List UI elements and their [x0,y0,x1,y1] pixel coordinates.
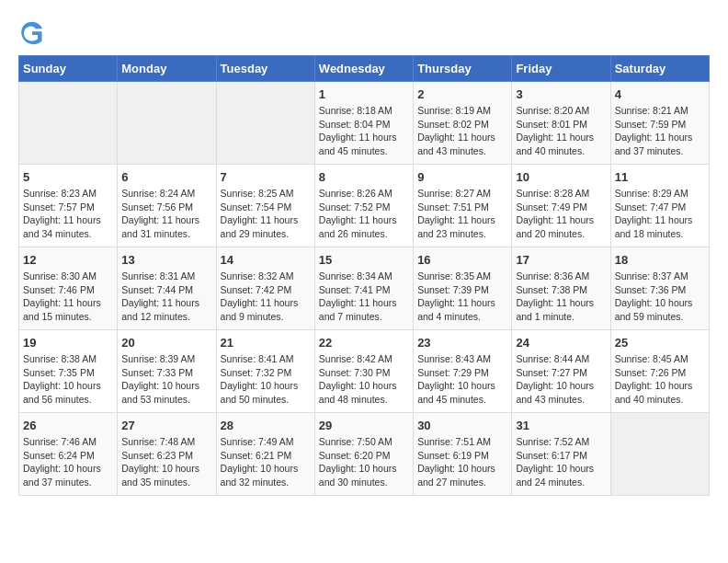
calendar-cell: 6Sunrise: 8:24 AM Sunset: 7:56 PM Daylig… [118,165,216,247]
day-info: Sunrise: 7:50 AM Sunset: 6:20 PM Dayligh… [319,435,409,489]
calendar-cell [216,82,314,165]
calendar-cell: 5Sunrise: 8:23 AM Sunset: 7:57 PM Daylig… [19,165,118,247]
day-number: 19 [23,336,113,350]
day-number: 29 [319,419,409,432]
day-info: Sunrise: 8:21 AM Sunset: 7:59 PM Dayligh… [615,104,705,158]
day-number: 1 [319,87,409,101]
day-info: Sunrise: 8:26 AM Sunset: 7:52 PM Dayligh… [319,187,409,241]
logo-icon [18,18,46,46]
calendar-table: SundayMondayTuesdayWednesdayThursdayFrid… [18,55,710,496]
day-number: 10 [516,170,606,184]
day-info: Sunrise: 8:31 AM Sunset: 7:44 PM Dayligh… [121,270,211,324]
calendar-cell: 11Sunrise: 8:29 AM Sunset: 7:47 PM Dayli… [610,165,709,247]
day-info: Sunrise: 8:18 AM Sunset: 8:04 PM Dayligh… [319,104,409,158]
calendar-cell: 2Sunrise: 8:19 AM Sunset: 8:02 PM Daylig… [414,82,512,165]
day-number: 27 [121,419,211,432]
day-number: 16 [417,253,507,267]
calendar-cell [610,413,709,496]
day-number: 4 [615,87,705,101]
calendar-cell: 22Sunrise: 8:42 AM Sunset: 7:30 PM Dayli… [314,330,413,413]
calendar-cell: 20Sunrise: 8:39 AM Sunset: 7:33 PM Dayli… [118,330,216,413]
calendar-cell: 1Sunrise: 8:18 AM Sunset: 8:04 PM Daylig… [314,82,413,165]
day-info: Sunrise: 8:27 AM Sunset: 7:51 PM Dayligh… [417,187,507,241]
calendar-cell: 3Sunrise: 8:20 AM Sunset: 8:01 PM Daylig… [512,82,610,165]
day-info: Sunrise: 8:36 AM Sunset: 7:38 PM Dayligh… [516,270,606,324]
day-info: Sunrise: 8:41 AM Sunset: 7:32 PM Dayligh… [221,352,311,407]
calendar-cell: 25Sunrise: 8:45 AM Sunset: 7:26 PM Dayli… [610,330,709,413]
calendar-cell: 30Sunrise: 7:51 AM Sunset: 6:19 PM Dayli… [414,413,512,496]
day-header-monday: Monday [118,56,216,82]
calendar-cell: 9Sunrise: 8:27 AM Sunset: 7:51 PM Daylig… [414,165,512,247]
day-number: 31 [516,419,606,432]
day-number: 11 [615,170,705,184]
calendar-cell: 26Sunrise: 7:46 AM Sunset: 6:24 PM Dayli… [19,413,118,496]
day-header-thursday: Thursday [414,56,512,82]
calendar-week-row: 1Sunrise: 8:18 AM Sunset: 8:04 PM Daylig… [19,82,710,165]
day-number: 23 [417,336,507,350]
day-info: Sunrise: 7:52 AM Sunset: 6:17 PM Dayligh… [516,435,606,489]
day-info: Sunrise: 8:35 AM Sunset: 7:39 PM Dayligh… [417,270,507,324]
day-info: Sunrise: 7:48 AM Sunset: 6:23 PM Dayligh… [121,435,211,489]
day-info: Sunrise: 8:24 AM Sunset: 7:56 PM Dayligh… [121,187,211,241]
calendar-cell: 16Sunrise: 8:35 AM Sunset: 7:39 PM Dayli… [414,247,512,330]
day-number: 28 [221,419,311,432]
day-header-saturday: Saturday [610,56,709,82]
day-number: 9 [417,170,507,184]
day-info: Sunrise: 8:34 AM Sunset: 7:41 PM Dayligh… [319,270,409,324]
day-number: 25 [615,336,705,350]
day-info: Sunrise: 8:32 AM Sunset: 7:42 PM Dayligh… [221,270,311,324]
day-info: Sunrise: 8:29 AM Sunset: 7:47 PM Dayligh… [615,187,705,241]
day-number: 5 [23,170,113,184]
day-info: Sunrise: 8:42 AM Sunset: 7:30 PM Dayligh… [319,352,409,407]
day-header-tuesday: Tuesday [216,56,314,82]
calendar-cell [118,82,216,165]
day-number: 22 [319,336,409,350]
day-info: Sunrise: 8:37 AM Sunset: 7:36 PM Dayligh… [615,270,705,324]
calendar-cell: 15Sunrise: 8:34 AM Sunset: 7:41 PM Dayli… [314,247,413,330]
day-number: 2 [417,87,507,101]
calendar-cell: 7Sunrise: 8:25 AM Sunset: 7:54 PM Daylig… [216,165,314,247]
calendar-week-row: 12Sunrise: 8:30 AM Sunset: 7:46 PM Dayli… [19,247,710,330]
day-info: Sunrise: 8:25 AM Sunset: 7:54 PM Dayligh… [221,187,311,241]
calendar-cell: 29Sunrise: 7:50 AM Sunset: 6:20 PM Dayli… [314,413,413,496]
day-info: Sunrise: 7:51 AM Sunset: 6:19 PM Dayligh… [417,435,507,489]
calendar-cell [19,82,118,165]
day-info: Sunrise: 8:19 AM Sunset: 8:02 PM Dayligh… [417,104,507,158]
day-number: 15 [319,253,409,267]
calendar-week-row: 5Sunrise: 8:23 AM Sunset: 7:57 PM Daylig… [19,165,710,247]
calendar-cell: 23Sunrise: 8:43 AM Sunset: 7:29 PM Dayli… [414,330,512,413]
day-info: Sunrise: 8:30 AM Sunset: 7:46 PM Dayligh… [23,270,113,324]
day-info: Sunrise: 8:39 AM Sunset: 7:33 PM Dayligh… [121,352,211,407]
day-header-friday: Friday [512,56,610,82]
calendar-header-row: SundayMondayTuesdayWednesdayThursdayFrid… [19,56,710,82]
calendar-cell: 14Sunrise: 8:32 AM Sunset: 7:42 PM Dayli… [216,247,314,330]
calendar-cell: 8Sunrise: 8:26 AM Sunset: 7:52 PM Daylig… [314,165,413,247]
day-number: 13 [121,253,211,267]
day-number: 17 [516,253,606,267]
day-number: 3 [516,87,606,101]
calendar-week-row: 19Sunrise: 8:38 AM Sunset: 7:35 PM Dayli… [19,330,710,413]
day-number: 7 [221,170,311,184]
logo [18,18,50,46]
day-number: 24 [516,336,606,350]
day-info: Sunrise: 7:46 AM Sunset: 6:24 PM Dayligh… [23,435,113,489]
day-info: Sunrise: 8:44 AM Sunset: 7:27 PM Dayligh… [516,352,606,407]
calendar-cell: 19Sunrise: 8:38 AM Sunset: 7:35 PM Dayli… [19,330,118,413]
calendar-cell: 10Sunrise: 8:28 AM Sunset: 7:49 PM Dayli… [512,165,610,247]
calendar-cell: 4Sunrise: 8:21 AM Sunset: 7:59 PM Daylig… [610,82,709,165]
day-info: Sunrise: 8:28 AM Sunset: 7:49 PM Dayligh… [516,187,606,241]
day-number: 18 [615,253,705,267]
day-number: 26 [23,419,113,432]
day-info: Sunrise: 8:45 AM Sunset: 7:26 PM Dayligh… [615,352,705,407]
calendar-cell: 17Sunrise: 8:36 AM Sunset: 7:38 PM Dayli… [512,247,610,330]
calendar-cell: 13Sunrise: 8:31 AM Sunset: 7:44 PM Dayli… [118,247,216,330]
calendar-cell: 21Sunrise: 8:41 AM Sunset: 7:32 PM Dayli… [216,330,314,413]
day-info: Sunrise: 8:20 AM Sunset: 8:01 PM Dayligh… [516,104,606,158]
day-info: Sunrise: 7:49 AM Sunset: 6:21 PM Dayligh… [221,435,311,489]
calendar-cell: 27Sunrise: 7:48 AM Sunset: 6:23 PM Dayli… [118,413,216,496]
day-info: Sunrise: 8:43 AM Sunset: 7:29 PM Dayligh… [417,352,507,407]
calendar-cell: 12Sunrise: 8:30 AM Sunset: 7:46 PM Dayli… [19,247,118,330]
day-number: 8 [319,170,409,184]
calendar-cell: 28Sunrise: 7:49 AM Sunset: 6:21 PM Dayli… [216,413,314,496]
calendar-week-row: 26Sunrise: 7:46 AM Sunset: 6:24 PM Dayli… [19,413,710,496]
